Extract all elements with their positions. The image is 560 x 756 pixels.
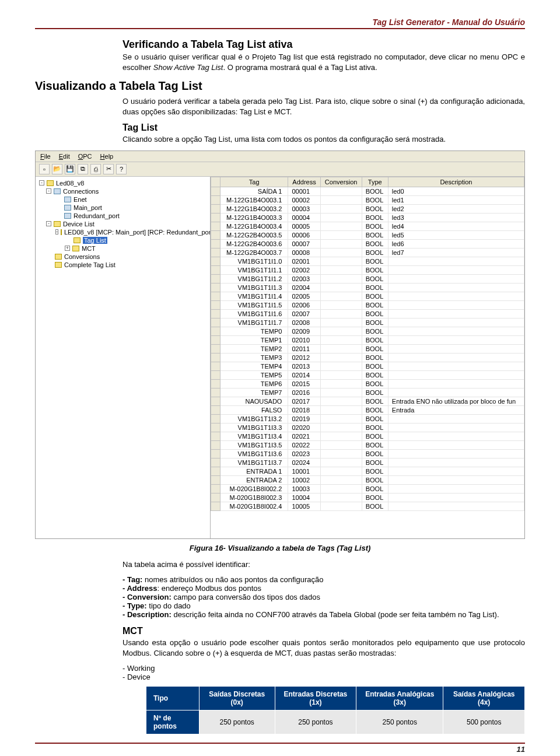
expand-icon[interactable]: - — [55, 229, 58, 235]
table-row[interactable]: VM1BG1T1I3.702024BOOL — [211, 458, 524, 467]
desc-line: - Tag: nomes atribuídos ou não aos ponto… — [123, 575, 525, 584]
cell-address: 02014 — [288, 370, 320, 379]
tree-item[interactable]: Redundant_port — [37, 212, 209, 220]
cell-type: BOOL — [362, 362, 388, 370]
table-row[interactable]: VM1BG1T1I1.102002BOOL — [211, 265, 524, 274]
tree-root[interactable]: -Led08_v8 — [37, 179, 209, 187]
table-row[interactable]: VM1BG1T1I3.402021BOOL — [211, 432, 524, 440]
cell-tag: VM1BG1T1I3.5 — [220, 440, 288, 449]
cell-type: BOOL — [362, 423, 388, 432]
table-row[interactable]: VM1BG1T1I1.502006BOOL — [211, 300, 524, 309]
doc-icon — [74, 237, 80, 243]
cell-tag: FALSO — [220, 405, 288, 414]
cell-tag: VM1BG1T1I3.4 — [220, 432, 288, 440]
column-header[interactable]: Tag — [220, 177, 288, 187]
desc-line: - Description: descrição feita ainda no … — [123, 610, 525, 619]
cell-address: 02001 — [288, 257, 320, 265]
table-row[interactable]: M-122G2B4O003.600007BOOLled6 — [211, 239, 524, 248]
column-header[interactable]: Conversion — [320, 177, 362, 187]
table-row[interactable]: M-020G1B8I002.410005BOOL — [211, 502, 524, 510]
cell-conversion — [320, 405, 362, 414]
table-row[interactable]: M-122G2B4O003.700008BOOLled7 — [211, 248, 524, 257]
tree-item[interactable]: Tag List — [37, 236, 209, 244]
table-row[interactable]: VM1BG1T1I1.302004BOOL — [211, 283, 524, 292]
expand-icon[interactable]: + — [65, 246, 70, 251]
table-row[interactable]: TEMP502014BOOL — [211, 370, 524, 379]
table-row[interactable]: TEMP702016BOOL — [211, 388, 524, 397]
table-row[interactable]: TEMP102010BOOL — [211, 335, 524, 344]
tree-item[interactable]: -LED08_v8 [MCP: Main_port] [RCP: Redunda… — [37, 228, 209, 236]
table-row[interactable]: M-122G1B4O003.300004BOOLled3 — [211, 213, 524, 222]
table-row[interactable]: TEMP002009BOOL — [211, 327, 524, 335]
tree-item-label: Device List — [63, 220, 94, 228]
table-row[interactable]: VM1BG1T1I1.602007BOOL — [211, 309, 524, 318]
section2-paragraph1: O usuário poderá verificar a tabela gera… — [123, 96, 525, 117]
table-row[interactable]: VM1BG1T1I1.002001BOOL — [211, 257, 524, 265]
tree-item[interactable]: -Device List — [37, 220, 209, 228]
table-row[interactable]: TEMP602015BOOL — [211, 379, 524, 388]
cell-tag: M-122G1B4O003.1 — [220, 195, 288, 204]
tree-item[interactable]: -Connections — [37, 187, 209, 195]
table-row[interactable]: TEMP302012BOOL — [211, 353, 524, 362]
tree-item[interactable]: Main_port — [37, 204, 209, 212]
table-row[interactable]: NAOUSADO02017BOOLEntrada ENO não utiliza… — [211, 397, 524, 405]
cell-conversion — [320, 493, 362, 502]
table-row[interactable]: VM1BG1T1I3.502022BOOL — [211, 440, 524, 449]
column-header[interactable]: Type — [362, 177, 388, 187]
cell-tag: VM1BG1T1I1.1 — [220, 265, 288, 274]
cell-type: BOOL — [362, 292, 388, 300]
summary-col: Saídas Analógicas (4x) — [443, 687, 525, 710]
cell-tag: VM1BG1T1I1.3 — [220, 283, 288, 292]
save-all-icon[interactable]: ⧉ — [78, 164, 88, 174]
help-icon[interactable]: ? — [116, 164, 127, 174]
tree-item[interactable]: +MCT — [37, 244, 209, 253]
menu-opc[interactable]: OPC — [78, 153, 92, 160]
table-row[interactable]: FALSO02018BOOLEntrada — [211, 405, 524, 414]
cell-description: led1 — [388, 195, 524, 204]
table-row[interactable]: VM1BG1T1I1.202003BOOL — [211, 274, 524, 283]
column-header[interactable]: Description — [388, 177, 524, 187]
cell-description — [388, 432, 524, 440]
table-row[interactable]: TEMP402013BOOL — [211, 362, 524, 370]
cell-description — [388, 502, 524, 510]
table-row[interactable]: TEMP202011BOOL — [211, 344, 524, 353]
desc-line: - Conversion: campo para conversão dos t… — [123, 593, 525, 601]
expand-icon[interactable]: - — [46, 221, 51, 226]
open-icon[interactable]: 📂 — [52, 164, 62, 174]
tree-item[interactable]: Conversions — [37, 253, 209, 261]
cell-tag: VM1BG1T1I3.6 — [220, 449, 288, 458]
collapse-icon[interactable]: - — [39, 180, 44, 186]
table-row[interactable]: VM1BG1T1I1.702008BOOL — [211, 318, 524, 327]
conv-icon — [55, 254, 62, 260]
new-icon[interactable]: ▫ — [39, 164, 50, 174]
cell-tag: VM1BG1T1I1.0 — [220, 257, 288, 265]
table-row[interactable]: VM1BG1T1I3.602023BOOL — [211, 449, 524, 458]
table-row[interactable]: VM1BG1T1I1.402005BOOL — [211, 292, 524, 300]
cell-tag: VM1BG1T1I1.7 — [220, 318, 288, 327]
tree-item[interactable]: Enet — [37, 195, 209, 204]
cell-type: BOOL — [362, 458, 388, 467]
menu-edit[interactable]: Edit — [59, 153, 70, 160]
cut-icon[interactable]: ✂ — [103, 164, 114, 174]
table-row[interactable]: M-122G1B4O003.400005BOOLled4 — [211, 222, 524, 230]
table-row[interactable]: M-020G1B8I002.210003BOOL — [211, 484, 524, 493]
cell-description — [388, 353, 524, 362]
menu-help[interactable]: Help — [100, 153, 114, 160]
table-row[interactable]: ENTRADA 110001BOOL — [211, 467, 524, 475]
summary-rowhead-n: Nº de pontos — [146, 710, 200, 734]
table-row[interactable]: M-020G1B8I002.310004BOOL — [211, 493, 524, 502]
print-icon[interactable]: ⎙ — [90, 164, 101, 174]
table-row[interactable]: VM1BG1T1I3.202019BOOL — [211, 414, 524, 423]
table-row[interactable]: ENTRADA 210002BOOL — [211, 475, 524, 484]
tree-item[interactable]: Complete Tag List — [37, 261, 209, 269]
expand-icon[interactable]: - — [46, 188, 51, 194]
table-row[interactable]: VM1BG1T1I3.302020BOOL — [211, 423, 524, 432]
cell-tag: TEMP3 — [220, 353, 288, 362]
menu-file[interactable]: File — [40, 153, 51, 160]
table-row[interactable]: M-122G1B4O003.200003BOOLled2 — [211, 204, 524, 213]
save-icon[interactable]: 💾 — [65, 164, 75, 174]
column-header[interactable]: Address — [288, 177, 320, 187]
table-row[interactable]: M-122G2B4O003.500006BOOLled5 — [211, 230, 524, 239]
table-row[interactable]: M-122G1B4O003.100002BOOLled1 — [211, 195, 524, 204]
table-row[interactable]: SAÍDA 100001BOOLled0 — [211, 187, 524, 195]
